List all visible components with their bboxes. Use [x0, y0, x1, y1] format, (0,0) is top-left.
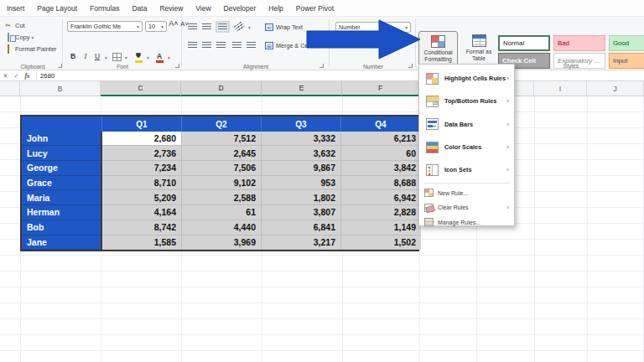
align-bottom-icon[interactable]	[218, 23, 227, 30]
cell-john-q2[interactable]: 7,512	[182, 132, 262, 147]
cell-john-q3[interactable]: 3,332	[262, 132, 341, 147]
cell-grace-q4[interactable]: 8,688	[341, 176, 421, 191]
cell-grace-q3[interactable]: 953	[262, 176, 341, 191]
format-painter-button[interactable]: Format Painter	[3, 44, 62, 54]
orientation-icon[interactable]	[234, 22, 246, 33]
cell-grace-q2[interactable]: 9,102	[182, 176, 262, 191]
cell-jane-q4[interactable]: 1,502	[341, 235, 421, 251]
row-name-herman[interactable]: Herman	[22, 205, 102, 220]
menu-item-top-bottom-rules[interactable]: Top/Bottom Rules›	[419, 90, 514, 112]
tab-power-pivot[interactable]: Power Pivot	[296, 4, 334, 13]
menu-item-manage-rules[interactable]: Manage Rules...	[419, 215, 514, 230]
copy-button[interactable]: Copy ▾	[3, 32, 62, 43]
cell-george-q3[interactable]: 9,867	[262, 161, 341, 176]
cell-lucy-q1[interactable]: 2,736	[102, 146, 182, 161]
clipboard-dialog-launcher[interactable]	[58, 64, 62, 68]
italic-button[interactable]: I	[80, 52, 91, 60]
cell-maria-q1[interactable]: 5,209	[102, 190, 182, 205]
cell-herman-q4[interactable]: 2,828	[341, 205, 421, 220]
cell-herman-q1[interactable]: 4,164	[102, 205, 182, 220]
menu-item-highlight-cells-rules[interactable]: Highlight Cells Rules›	[419, 67, 514, 90]
align-center-icon[interactable]	[202, 42, 211, 49]
cell-jane-q1[interactable]: 1,585	[102, 235, 182, 251]
tab-developer[interactable]: Developer	[224, 4, 257, 13]
underline-button[interactable]: U	[91, 52, 103, 60]
cell-george-q1[interactable]: 7,234	[102, 161, 182, 176]
font-color-button[interactable]: A	[153, 52, 165, 60]
cell-george-q4[interactable]: 3,842	[341, 161, 421, 176]
row-name-john[interactable]: John	[22, 132, 102, 147]
cell-bob-q4[interactable]: 1,149	[341, 220, 421, 235]
cell-bob-q3[interactable]: 6,841	[262, 220, 341, 235]
column-header-D[interactable]: D	[181, 81, 262, 96]
align-right-icon[interactable]	[216, 42, 226, 49]
cell-bob-q2[interactable]: 4,440	[182, 220, 262, 235]
tab-page-layout[interactable]: Page Layout	[37, 4, 77, 13]
row-name-bob[interactable]: Bob	[22, 220, 102, 235]
grow-font-button[interactable]: A˄	[168, 19, 179, 28]
align-left-icon[interactable]	[188, 42, 197, 49]
tab-view[interactable]: View	[195, 4, 210, 13]
menu-item-icon-sets[interactable]: Icon Sets›	[419, 158, 514, 181]
menu-item-color-scales[interactable]: Color Scales›	[419, 136, 514, 158]
tab-insert[interactable]: Insert	[7, 4, 24, 13]
cell-lucy-q3[interactable]: 3,632	[262, 146, 341, 161]
cell-maria-q2[interactable]: 2,588	[182, 190, 262, 205]
column-header-B[interactable]: B	[20, 81, 101, 96]
decrease-indent-icon[interactable]	[232, 42, 242, 49]
row-name-grace[interactable]: Grace	[22, 176, 102, 191]
fill-color-chevron-icon[interactable]: ▾	[147, 55, 149, 60]
tab-help[interactable]: Help	[268, 4, 283, 13]
cell-style-normal[interactable]: Normal	[498, 35, 550, 51]
cell-jane-q2[interactable]: 3,969	[182, 235, 262, 251]
cell-lucy-q2[interactable]: 2,645	[182, 146, 262, 161]
column-header-F[interactable]: F	[342, 81, 419, 96]
bold-button[interactable]: B	[67, 52, 79, 60]
cell-lucy-q4[interactable]: 60	[341, 146, 421, 161]
font-dialog-launcher[interactable]	[175, 64, 179, 68]
cut-button[interactable]: ✂ Cut	[3, 20, 62, 31]
align-top-icon[interactable]	[188, 23, 197, 30]
underline-chevron-icon[interactable]: ▾	[105, 55, 107, 60]
tab-formulas[interactable]: Formulas	[90, 4, 119, 13]
font-name-select[interactable]: Franklin Gothic Me▾	[67, 21, 143, 32]
column-header-blank[interactable]	[0, 81, 20, 96]
cell-grace-q1[interactable]: 8,710	[102, 176, 182, 191]
cell-style-bad[interactable]: Bad	[553, 35, 605, 51]
cell-maria-q3[interactable]: 1,802	[262, 190, 341, 205]
menu-item-data-bars[interactable]: Data Bars›	[419, 113, 514, 136]
column-header-J[interactable]: J	[587, 81, 644, 96]
cell-herman-q3[interactable]: 3,807	[262, 205, 341, 220]
menu-item-new-rule[interactable]: New Rule...	[419, 185, 514, 200]
row-name-maria[interactable]: Maria	[22, 190, 102, 205]
cell-bob-q1[interactable]: 8,742	[102, 220, 182, 235]
orientation-chevron-icon[interactable]: ▾	[248, 25, 251, 30]
cell-jane-q3[interactable]: 3,217	[262, 235, 341, 251]
column-header-E[interactable]: E	[262, 81, 342, 96]
cell-john-q4[interactable]: 6,213	[341, 132, 421, 147]
tab-data[interactable]: Data	[132, 4, 147, 13]
menu-item-clear-rules[interactable]: Clear Rules›	[419, 200, 514, 215]
row-name-lucy[interactable]: Lucy	[22, 146, 102, 161]
row-name-jane[interactable]: Jane	[22, 235, 102, 251]
enter-icon[interactable]: ✓	[11, 72, 22, 80]
tab-review[interactable]: Review	[159, 4, 183, 13]
cell-maria-q4[interactable]: 6,942	[341, 190, 421, 205]
increase-indent-icon[interactable]	[247, 42, 256, 49]
cancel-icon[interactable]: ✕	[0, 72, 11, 80]
row-name-george[interactable]: George	[22, 161, 102, 176]
wrap-text-button[interactable]: ↩ Wrap Text	[265, 23, 303, 31]
align-middle-icon[interactable]	[202, 23, 211, 30]
alignment-dialog-launcher[interactable]	[319, 64, 324, 68]
number-format-select[interactable]: Number▾	[335, 22, 411, 33]
number-dialog-launcher[interactable]	[408, 64, 413, 68]
column-header-I[interactable]: I	[534, 81, 587, 96]
borders-chevron-icon[interactable]: ▾	[125, 55, 127, 60]
cell-style-good[interactable]: Good	[609, 35, 644, 51]
borders-button[interactable]	[112, 53, 122, 61]
cell-herman-q2[interactable]: 61	[182, 205, 262, 220]
fill-color-button[interactable]: ⛊	[132, 52, 144, 60]
formula-bar-value[interactable]: 2680	[40, 72, 55, 80]
merge-center-button[interactable]: ⊟ Merge & Center ▾	[265, 42, 323, 49]
cell-george-q2[interactable]: 7,506	[182, 161, 262, 176]
